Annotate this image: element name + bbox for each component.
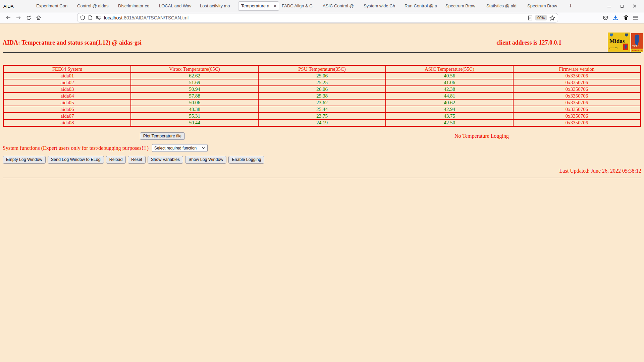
client-address: client address is 127.0.0.1 xyxy=(496,39,561,46)
cell-firmware: 0x3350706 xyxy=(513,113,641,119)
tcl-feather-icon xyxy=(635,35,639,46)
tab-system-wide[interactable]: System wide Ch xyxy=(361,0,402,12)
logos: Midas powered by TCL! POWERED xyxy=(608,33,643,52)
tab-spectrum-browser[interactable]: Spectrum Brow xyxy=(443,0,484,12)
close-button[interactable] xyxy=(631,2,639,10)
table-row: aida07 55.31 23.75 43.75 0x3350706 xyxy=(3,113,641,119)
system-functions-row: System functions (Expert users only for … xyxy=(3,144,641,152)
function-select[interactable]: Select required function xyxy=(152,144,208,152)
tab-statistics[interactable]: Statistics @ aid xyxy=(484,0,525,12)
tab-bar: AIDA Experiment Con Control @ aidas Disc… xyxy=(0,0,644,12)
tab-label: ASIC Control @ xyxy=(323,3,354,8)
cell-asic: 42.50 xyxy=(386,119,513,126)
url-text[interactable]: localhost:8015/AIDA/TSCAN/TSCAN.tml xyxy=(104,15,189,20)
tab-fadc-align[interactable]: FADC Align & C xyxy=(279,0,320,12)
cell-psu: 25.44 xyxy=(258,106,386,113)
tab-experiment-control[interactable]: Experiment Con xyxy=(34,0,74,12)
midas-tcl-feather-icon xyxy=(623,44,628,50)
table-row: aida04 57.88 25.38 44.81 0x3350706 xyxy=(3,93,641,99)
cell-system: aida06 xyxy=(3,106,131,113)
navigation-toolbar: localhost:8015/AIDA/TSCAN/TSCAN.tml 90% xyxy=(0,12,644,23)
cell-firmware: 0x3350706 xyxy=(513,106,641,113)
cell-system: aida03 xyxy=(3,86,131,93)
download-icon[interactable] xyxy=(610,13,621,22)
cell-system: aida04 xyxy=(3,93,131,99)
midas-logo: Midas powered by xyxy=(608,33,630,52)
reload-page-button[interactable]: Reload xyxy=(106,156,126,163)
minimize-button[interactable] xyxy=(605,2,613,10)
table-row: aida08 50.44 24.19 42.50 0x3350706 xyxy=(3,119,641,126)
tab-label: Discriminator co xyxy=(118,3,149,8)
log-actions-row: Empty Log Window Send Log Window to ELog… xyxy=(3,156,641,163)
column-header-firmware: Firmware version xyxy=(513,65,641,72)
send-log-to-elog-button[interactable]: Send Log Window to ELog xyxy=(48,156,104,163)
horizontal-rule-top xyxy=(3,52,641,53)
tab-control-aidas[interactable]: Control @ aidas xyxy=(74,0,115,12)
tab-close-icon[interactable]: ✕ xyxy=(273,2,277,10)
maximize-button[interactable] xyxy=(618,2,626,10)
reload-button[interactable] xyxy=(23,13,34,22)
plot-status-row: Plot Temperature file No Temperature Log… xyxy=(3,132,641,140)
page-title: AIDA: Temperature and status scan(1.12) … xyxy=(3,39,142,46)
midas-logo-subtext: powered by xyxy=(609,47,618,49)
tab-temperature-active[interactable]: Temperature a ✕ xyxy=(238,1,279,11)
temperature-logging-status: No Temperature Logging xyxy=(454,133,509,139)
tab-label: Spectrum Brow xyxy=(445,3,475,8)
url-bar[interactable]: localhost:8015/AIDA/TSCAN/TSCAN.tml 90% xyxy=(77,13,558,22)
enable-logging-button[interactable]: Enable Logging xyxy=(228,156,264,163)
bookmark-star-icon[interactable] xyxy=(549,15,555,21)
tab-run-control[interactable]: Run Control @ a xyxy=(402,0,443,12)
cell-firmware: 0x3350706 xyxy=(513,72,641,79)
cell-firmware: 0x3350706 xyxy=(513,99,641,106)
cell-asic: 42.38 xyxy=(386,86,513,93)
tab-discriminator[interactable]: Discriminator co xyxy=(115,0,156,12)
cell-asic: 43.75 xyxy=(386,113,513,119)
column-header-fee64: FEE64 System xyxy=(3,65,131,72)
tab-label: FADC Align & C xyxy=(282,3,313,8)
plot-temperature-button[interactable]: Plot Temperature file xyxy=(140,132,185,140)
page-info-icon[interactable] xyxy=(88,15,93,20)
cell-firmware: 0x3350706 xyxy=(513,93,641,99)
page-header: AIDA: Temperature and status scan(1.12) … xyxy=(3,23,641,46)
midas-emblem-icon xyxy=(610,34,613,37)
zoom-level-badge[interactable]: 90% xyxy=(535,15,547,20)
connection-settings-icon[interactable] xyxy=(96,15,101,20)
forward-button[interactable] xyxy=(13,13,23,22)
tab-label: Temperature a xyxy=(241,3,269,8)
home-button[interactable] xyxy=(34,13,44,22)
tab-label: LOCAL and Wav xyxy=(159,3,192,8)
tcl-powered-logo: TCL! POWERED xyxy=(631,33,643,52)
cell-asic: 44.81 xyxy=(386,93,513,99)
cell-psu: 26.06 xyxy=(258,86,386,93)
show-log-window-button[interactable]: Show Log Window xyxy=(185,156,227,163)
reader-mode-icon[interactable] xyxy=(528,15,533,20)
reset-button[interactable]: Reset xyxy=(128,156,146,163)
system-functions-label: System functions (Expert users only for … xyxy=(3,145,149,151)
cell-asic: 41.06 xyxy=(386,79,513,86)
pocket-icon[interactable] xyxy=(600,13,610,22)
function-select-value: Select required function xyxy=(154,146,202,150)
cell-system: aida08 xyxy=(3,119,131,126)
tab-label: Experiment Con xyxy=(36,3,67,8)
cell-virtex: 62.62 xyxy=(131,72,258,79)
last-updated: Last Updated: June 26, 2022 05:38:12 xyxy=(3,168,641,174)
tab-asic-control[interactable]: ASIC Control @ xyxy=(320,0,361,12)
back-button[interactable] xyxy=(3,13,13,22)
temperature-table: FEE64 System Virtex Temperature(65C) PSU… xyxy=(3,65,641,127)
chevron-down-icon xyxy=(202,147,205,149)
new-tab-button[interactable]: + xyxy=(566,3,576,10)
tab-label: Lost activity mo xyxy=(200,3,230,8)
tab-spectrum-browser-2[interactable]: Spectrum Brow xyxy=(525,0,566,12)
tab-local-and-waveform[interactable]: LOCAL and Wav xyxy=(156,0,197,12)
column-header-asic: ASIC Temperature(55C) xyxy=(386,65,513,72)
tcl-logo-text: TCL! xyxy=(632,45,639,48)
cell-virtex: 57.88 xyxy=(131,93,258,99)
gnome-foot-icon[interactable] xyxy=(621,13,631,22)
empty-log-window-button[interactable]: Empty Log Window xyxy=(3,156,46,163)
show-variables-button[interactable]: Show Variables xyxy=(148,156,183,163)
tracking-shield-icon[interactable] xyxy=(80,15,85,20)
cell-system: aida01 xyxy=(3,72,131,79)
tab-lost-activity[interactable]: Lost activity mo xyxy=(197,0,238,12)
cell-virtex: 48.38 xyxy=(131,106,258,113)
menu-hamburger-icon[interactable] xyxy=(631,13,641,22)
